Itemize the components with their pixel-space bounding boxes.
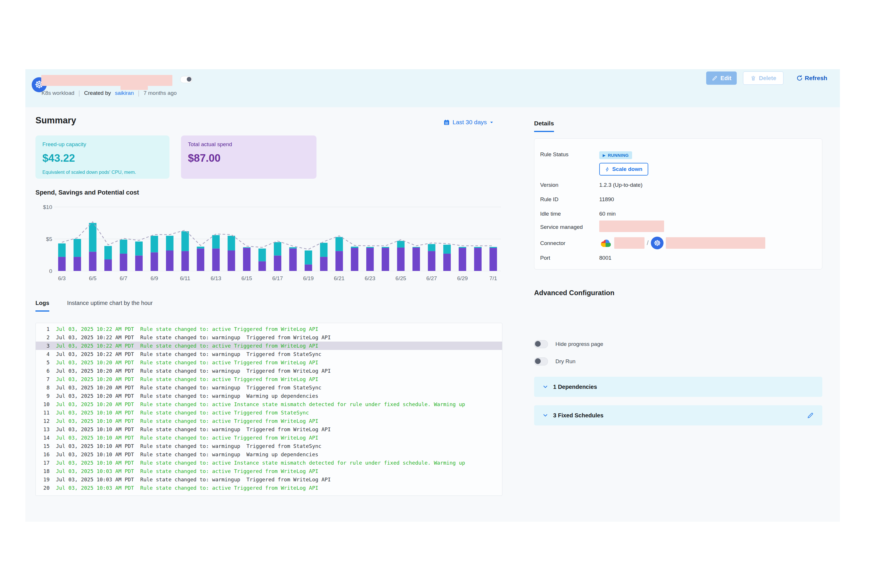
divider: | — [78, 89, 80, 97]
edit-pencil-icon[interactable] — [807, 412, 814, 419]
version-value: 1.2.3 (Up-to-date) — [599, 182, 642, 188]
log-row[interactable]: 19Jul 03, 2025 10:03 AM PDT Rule state c… — [36, 475, 502, 484]
svg-text:7/1: 7/1 — [489, 275, 497, 281]
log-row[interactable]: 10Jul 03, 2025 10:20 AM PDT Rule state c… — [36, 400, 502, 408]
log-row-message: Jul 03, 2025 10:10 AM PDT Rule state cha… — [56, 459, 465, 467]
port-label: Port — [540, 255, 599, 261]
log-row[interactable]: 15Jul 03, 2025 10:10 AM PDT Rule state c… — [36, 442, 502, 450]
svg-text:6/9: 6/9 — [150, 275, 158, 281]
log-row-number: 12 — [36, 417, 50, 425]
log-row-number: 19 — [36, 475, 50, 484]
log-row[interactable]: 9Jul 03, 2025 10:20 AM PDT Rule state ch… — [36, 392, 502, 400]
log-row-number: 4 — [36, 350, 50, 358]
log-row-message: Jul 03, 2025 10:20 AM PDT Rule state cha… — [56, 358, 318, 367]
accordion-label: 1 Dependencies — [553, 384, 597, 390]
workload-title-redacted — [41, 75, 172, 86]
log-row-number: 7 — [36, 375, 50, 383]
connector-label: Connector — [540, 240, 599, 249]
connector-project-redacted — [614, 237, 645, 249]
edit-button[interactable]: Edit — [706, 72, 737, 85]
idle-time-row: Idle time 60 min — [540, 211, 616, 217]
hide-progress-toggle[interactable] — [534, 340, 548, 348]
tab-logs[interactable]: Logs — [36, 300, 49, 312]
log-row-message: Jul 03, 2025 10:10 AM PDT Rule state cha… — [56, 417, 318, 425]
delete-button[interactable]: Delete — [743, 72, 783, 85]
log-row-number: 18 — [36, 467, 50, 475]
details-card: Rule Status ▶ RUNNING Scale down Version… — [534, 138, 822, 270]
log-row-number: 9 — [36, 392, 50, 400]
log-list[interactable]: 1Jul 03, 2025 10:22 AM PDT Rule state ch… — [36, 323, 502, 496]
log-row-number: 3 — [36, 342, 50, 350]
log-row-message: Jul 03, 2025 10:20 AM PDT Rule state cha… — [56, 392, 318, 400]
log-row[interactable]: 2Jul 03, 2025 10:22 AM PDT Rule state ch… — [36, 333, 502, 342]
dependencies-accordion[interactable]: 1 Dependencies — [534, 377, 822, 397]
log-row[interactable]: 20Jul 03, 2025 10:03 AM PDT Rule state c… — [36, 484, 502, 492]
delete-button-label: Delete — [759, 75, 776, 82]
svg-text:6/3: 6/3 — [58, 275, 66, 281]
log-row-message: Jul 03, 2025 10:10 AM PDT Rule state cha… — [56, 434, 318, 442]
chart-svg: 0$5$106/36/56/76/96/116/136/156/176/196/… — [36, 202, 502, 288]
rule-status-value: ▶ RUNNING — [599, 152, 632, 159]
log-row[interactable]: 7Jul 03, 2025 10:20 AM PDT Rule state ch… — [36, 375, 502, 383]
divider: | — [138, 89, 140, 97]
log-row-message: Jul 03, 2025 10:03 AM PDT Rule state cha… — [56, 467, 318, 475]
scale-down-button[interactable]: Scale down — [599, 163, 648, 176]
log-row[interactable]: 17Jul 03, 2025 10:10 AM PDT Rule state c… — [36, 459, 502, 467]
fixed-schedules-accordion[interactable]: 3 Fixed Schedules — [534, 405, 822, 425]
tab-uptime-chart[interactable]: Instance uptime chart by the hour — [67, 300, 153, 312]
log-row-message: Jul 03, 2025 10:20 AM PDT Rule state cha… — [56, 383, 321, 392]
version-label: Version — [540, 182, 599, 188]
log-row-message: Jul 03, 2025 10:22 AM PDT Rule state cha… — [56, 342, 318, 350]
dry-run-toggle[interactable] — [534, 357, 548, 366]
chart-title: Spend, Savings and Potential cost — [36, 189, 139, 196]
page-header: ☸ K8s workload | Created by saikiran | 7… — [26, 69, 840, 107]
summary-title: Summary — [36, 115, 76, 126]
log-row[interactable]: 14Jul 03, 2025 10:10 AM PDT Rule state c… — [36, 434, 502, 442]
card-caption: Equivalent of scaled down pods' CPU, mem… — [42, 170, 163, 175]
log-row[interactable]: 5Jul 03, 2025 10:20 AM PDT Rule state ch… — [36, 358, 502, 367]
log-row-message: Jul 03, 2025 10:10 AM PDT Rule state cha… — [56, 450, 318, 459]
log-row[interactable]: 12Jul 03, 2025 10:10 AM PDT Rule state c… — [36, 417, 502, 425]
idle-time-value: 60 min — [599, 211, 616, 217]
toggle-knob — [535, 341, 541, 347]
service-managed-row: Service managed — [540, 224, 664, 232]
log-row[interactable]: 16Jul 03, 2025 10:10 AM PDT Rule state c… — [36, 450, 502, 459]
rule-status-row: Rule Status ▶ RUNNING — [540, 152, 632, 159]
svg-text:6/5: 6/5 — [89, 275, 96, 281]
toggle-knob — [535, 358, 541, 364]
service-managed-label: Service managed — [540, 224, 599, 232]
log-row[interactable]: 13Jul 03, 2025 10:10 AM PDT Rule state c… — [36, 425, 502, 434]
log-row-number: 17 — [36, 459, 50, 467]
log-row[interactable]: 4Jul 03, 2025 10:22 AM PDT Rule state ch… — [36, 350, 502, 358]
log-row-number: 14 — [36, 434, 50, 442]
header-toggle[interactable] — [180, 76, 192, 83]
log-row[interactable]: 11Jul 03, 2025 10:10 AM PDT Rule state c… — [36, 408, 502, 417]
created-by-label: Created by — [84, 90, 111, 96]
log-row[interactable]: 18Jul 03, 2025 10:03 AM PDT Rule state c… — [36, 467, 502, 475]
created-by-user-link[interactable]: saikiran — [115, 90, 134, 96]
tab-details[interactable]: Details — [534, 120, 554, 132]
log-row-number: 20 — [36, 484, 50, 492]
connector-row: Connector / ☸ — [540, 240, 765, 249]
log-row-message: Jul 03, 2025 10:10 AM PDT Rule state cha… — [56, 408, 309, 417]
log-row[interactable]: 8Jul 03, 2025 10:20 AM PDT Rule state ch… — [36, 383, 502, 392]
service-managed-value — [599, 224, 664, 232]
log-row-number: 8 — [36, 383, 50, 392]
calendar-icon — [443, 119, 450, 126]
chevron-down-icon — [542, 384, 549, 390]
log-row[interactable]: 6Jul 03, 2025 10:20 AM PDT Rule state ch… — [36, 367, 502, 375]
log-row[interactable]: 1Jul 03, 2025 10:22 AM PDT Rule state ch… — [36, 325, 502, 333]
date-range-dropdown[interactable]: Last 30 days — [443, 119, 494, 126]
toggle-label: Dry Run — [555, 358, 576, 364]
log-row-message: Jul 03, 2025 10:22 AM PDT Rule state cha… — [56, 333, 331, 342]
card-label: Freed-up capacity — [42, 141, 163, 148]
log-row-number: 6 — [36, 367, 50, 375]
refresh-button[interactable]: Refresh — [794, 72, 829, 85]
log-row-message: Jul 03, 2025 10:20 AM PDT Rule state cha… — [56, 375, 318, 383]
total-spend-card: Total actual spend $87.00 — [181, 135, 316, 179]
status-badge-label: RUNNING — [608, 153, 629, 158]
log-row-number: 10 — [36, 400, 50, 408]
log-row[interactable]: 3Jul 03, 2025 10:22 AM PDT Rule state ch… — [36, 342, 502, 350]
log-row-number: 5 — [36, 358, 50, 367]
toggle-knob — [187, 77, 191, 82]
